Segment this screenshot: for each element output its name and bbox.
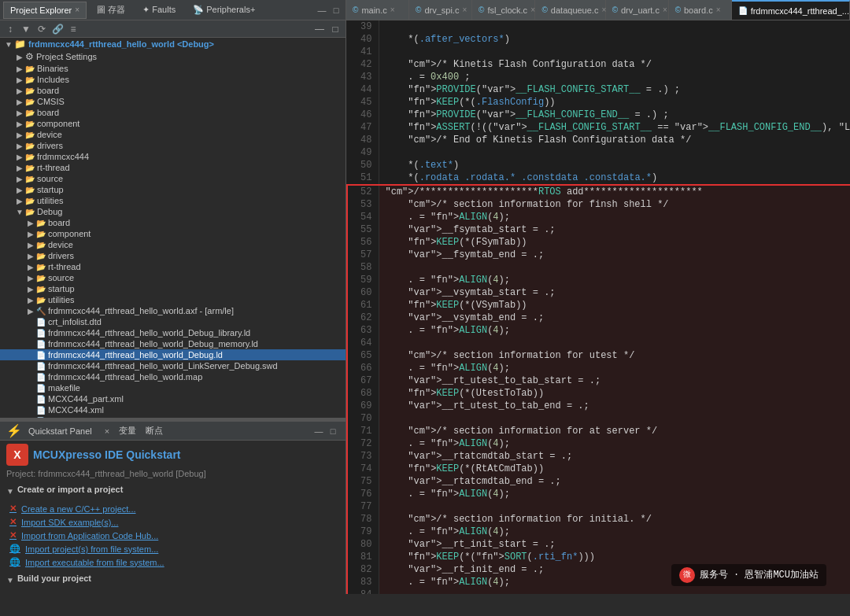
debug-utilities-arrow[interactable]: ▶ bbox=[25, 296, 36, 304]
tree-item-board2[interactable]: ▶ 📂 board bbox=[0, 107, 346, 118]
tree-item-cmsis[interactable]: ▶ 📂 CMSIS bbox=[0, 96, 346, 107]
editor-tab-main-c[interactable]: © main.c × bbox=[346, 0, 409, 20]
tab-project-explorer[interactable]: Project Explorer × bbox=[3, 2, 87, 19]
tree-item-includes[interactable]: ▶ 📂 Includes bbox=[0, 74, 346, 85]
tree-item-debug-startup[interactable]: ▶ 📂 startup bbox=[0, 283, 346, 294]
tree-item-rt-thread[interactable]: ▶ 📂 rt-thread bbox=[0, 162, 346, 173]
filter-btn[interactable]: ▼ bbox=[19, 22, 33, 36]
component-arrow[interactable]: ▶ bbox=[14, 120, 25, 128]
editor-tab-drv-spi[interactable]: © drv_spi.c × bbox=[409, 0, 472, 20]
link-btn[interactable]: 🔗 bbox=[50, 22, 65, 36]
tree-item-part-xml[interactable]: ▶ 📄 MCXC444_part.xml bbox=[0, 393, 346, 404]
debug-startup-arrow[interactable]: ▶ bbox=[25, 285, 36, 293]
qs-link-new-project[interactable]: ✕ Create a new C/C++ project... bbox=[6, 502, 339, 515]
tree-item-debug-source[interactable]: ▶ 📂 source bbox=[0, 272, 346, 283]
editor-tab-frdm-ld[interactable]: 📄 frdmmcxc444_rtthread_... × bbox=[732, 0, 850, 20]
editor-tab-dataqueue[interactable]: © dataqueue.c × bbox=[535, 0, 605, 20]
editor-tab-board-c[interactable]: © board.c × bbox=[669, 0, 732, 20]
qs-link-import-fs[interactable]: 🌐 Import project(s) from file system... bbox=[6, 542, 339, 555]
qs-section2-arrow[interactable]: ▼ bbox=[6, 576, 14, 585]
quickstart-maximize-btn[interactable]: □ bbox=[327, 425, 339, 437]
tab-close-icon[interactable]: × bbox=[75, 6, 79, 14]
quickstart-minimize-btn[interactable]: — bbox=[312, 425, 325, 437]
tree-item-debug-rt-thread[interactable]: ▶ 📂 rt-thread bbox=[0, 261, 346, 272]
axf-arrow[interactable]: ▶ bbox=[25, 307, 36, 315]
watermark-icon: 微 bbox=[679, 567, 695, 583]
editor-tab-drv-uart[interactable]: © drv_uart.c × bbox=[606, 0, 669, 20]
tree-item-debug-board[interactable]: ▶ 📂 board bbox=[0, 217, 346, 228]
tree-item-library-ld[interactable]: ▶ 📄 frdmmcxc444_rtthread_hello_world_Deb… bbox=[0, 327, 346, 338]
qs-link-import-sdk[interactable]: ✕ Import SDK example(s)... bbox=[6, 515, 339, 529]
tree-item-board-top[interactable]: ▶ 📂 board bbox=[0, 85, 346, 96]
source-arrow[interactable]: ▶ bbox=[14, 175, 25, 183]
debug-rt-thread-arrow[interactable]: ▶ bbox=[25, 263, 36, 271]
debug-device-arrow[interactable]: ▶ bbox=[25, 241, 36, 249]
includes-arrow[interactable]: ▶ bbox=[14, 76, 25, 84]
root-expand-arrow[interactable]: ▼ bbox=[3, 40, 14, 49]
debug-folder-arrow[interactable]: ▼ bbox=[14, 208, 25, 216]
drivers-arrow[interactable]: ▶ bbox=[14, 142, 25, 150]
tree-item-drivers[interactable]: ▶ 📂 drivers bbox=[0, 140, 346, 151]
qs-link-import-hub[interactable]: ✕ Import from Application Code Hub... bbox=[6, 529, 339, 542]
qs-collapse-arrow[interactable]: ▼ bbox=[6, 487, 14, 496]
debug-source-arrow[interactable]: ▶ bbox=[25, 274, 36, 282]
debug-component-arrow[interactable]: ▶ bbox=[25, 230, 36, 238]
code-area[interactable]: 3940 *(.after_vectors*)4142 "cm">/* Kine… bbox=[346, 20, 850, 594]
tree-item-binaries[interactable]: ▶ 📂 Binaries bbox=[0, 63, 346, 74]
board2-arrow[interactable]: ▶ bbox=[14, 109, 25, 117]
variables-tab[interactable]: 变量 bbox=[119, 425, 136, 437]
board-top-arrow[interactable]: ▶ bbox=[14, 87, 25, 95]
tree-item-utilities[interactable]: ▶ 📂 utilities bbox=[0, 195, 346, 206]
tree-root[interactable]: ▼ 📁 frdmmcxc444_rtthread_hello_world <De… bbox=[0, 38, 346, 50]
binaries-arrow[interactable]: ▶ bbox=[14, 65, 25, 73]
minimize-panel-btn[interactable]: — bbox=[316, 4, 328, 17]
tree-item-debug-component[interactable]: ▶ 📂 component bbox=[0, 228, 346, 239]
panel-minimize-btn[interactable]: — bbox=[312, 22, 327, 36]
tree-item-component[interactable]: ▶ 📂 component bbox=[0, 118, 346, 129]
menu-btn[interactable]: ≡ bbox=[66, 22, 80, 36]
cmsis-arrow[interactable]: ▶ bbox=[14, 98, 25, 106]
tab-faults[interactable]: ✦ Faults bbox=[135, 2, 183, 19]
qs-link-import-exec[interactable]: 🌐 Import executable from file system... bbox=[6, 555, 339, 569]
tree-item-memory-ld[interactable]: ▶ 📄 frdmmcxc444_rtthread_hello_world_Deb… bbox=[0, 338, 346, 349]
maximize-panel-btn[interactable]: □ bbox=[330, 4, 342, 17]
line-number: 74 bbox=[347, 463, 379, 475]
device-arrow[interactable]: ▶ bbox=[14, 131, 25, 139]
tree-item-axf[interactable]: ▶ 🔨 frdmmcxc444_rtthread_hello_world.axf… bbox=[0, 305, 346, 316]
editor-tab-fsl-clock[interactable]: © fsl_clock.c × bbox=[472, 0, 535, 20]
tree-item-map[interactable]: ▶ 📄 frdmmcxc444_rtthread_hello_world.map bbox=[0, 371, 346, 382]
tree-item-debug-ld[interactable]: ▶ 📄 frdmmcxc444_rtthread_hello_world_Deb… bbox=[0, 349, 346, 360]
utilities-arrow[interactable]: ▶ bbox=[14, 197, 25, 205]
tab-board-c-close[interactable]: × bbox=[716, 6, 721, 14]
tree-item-debug-utilities[interactable]: ▶ 📂 utilities bbox=[0, 294, 346, 305]
table-row: 63 . = "fn">ALIGN(4); bbox=[347, 324, 850, 337]
tree-item-source[interactable]: ▶ 📂 source bbox=[0, 173, 346, 184]
breakpoints-tab[interactable]: 断点 bbox=[146, 425, 163, 437]
tree-item-linkserver[interactable]: ▶ 📄 frdmmcxc444_rtthread_hello_world_Lin… bbox=[0, 360, 346, 371]
tree-item-startup[interactable]: ▶ 📂 startup bbox=[0, 184, 346, 195]
tab-peripherals[interactable]: 📡 Peripherals+ bbox=[186, 2, 262, 19]
tree-item-debug-device[interactable]: ▶ 📂 device bbox=[0, 239, 346, 250]
debug-drivers-arrow[interactable]: ▶ bbox=[25, 252, 36, 260]
panel-maximize-btn[interactable]: □ bbox=[328, 22, 342, 36]
sync-btn[interactable]: ⟳ bbox=[35, 22, 49, 36]
tree-item-xml[interactable]: ▶ 📄 MCXC444.xml bbox=[0, 404, 346, 415]
startup-arrow[interactable]: ▶ bbox=[14, 186, 25, 194]
frdm-arrow[interactable]: ▶ bbox=[14, 153, 25, 161]
rt-thread-arrow[interactable]: ▶ bbox=[14, 164, 25, 172]
tab-fsl-clock-close[interactable]: × bbox=[530, 6, 535, 14]
tree-item-frdmmcxc444[interactable]: ▶ 📂 frdmmcxc444 bbox=[0, 151, 346, 162]
tree-item-crt[interactable]: ▶ 📄 crt_infolist.dtd bbox=[0, 316, 346, 327]
tree-item-debug-drivers[interactable]: ▶ 📂 drivers bbox=[0, 250, 346, 261]
tab-drv-uart-close[interactable]: × bbox=[663, 6, 667, 14]
tree-item-device[interactable]: ▶ 📂 device bbox=[0, 129, 346, 140]
tree-item-debug-folder[interactable]: ▼ 📂 Debug bbox=[0, 206, 346, 217]
settings-arrow[interactable]: ▶ bbox=[14, 53, 25, 61]
tab-main-close[interactable]: × bbox=[390, 6, 395, 14]
tree-item-project-settings[interactable]: ▶ ⚙ Project Settings bbox=[0, 50, 346, 63]
tab-registers[interactable]: 圖 存器 bbox=[90, 2, 132, 19]
tab-drv-spi-close[interactable]: × bbox=[462, 6, 467, 14]
tree-item-makefile[interactable]: ▶ 📄 makefile bbox=[0, 382, 346, 393]
collapse-all-btn[interactable]: ↕ bbox=[3, 22, 17, 36]
debug-board-arrow[interactable]: ▶ bbox=[25, 219, 36, 227]
